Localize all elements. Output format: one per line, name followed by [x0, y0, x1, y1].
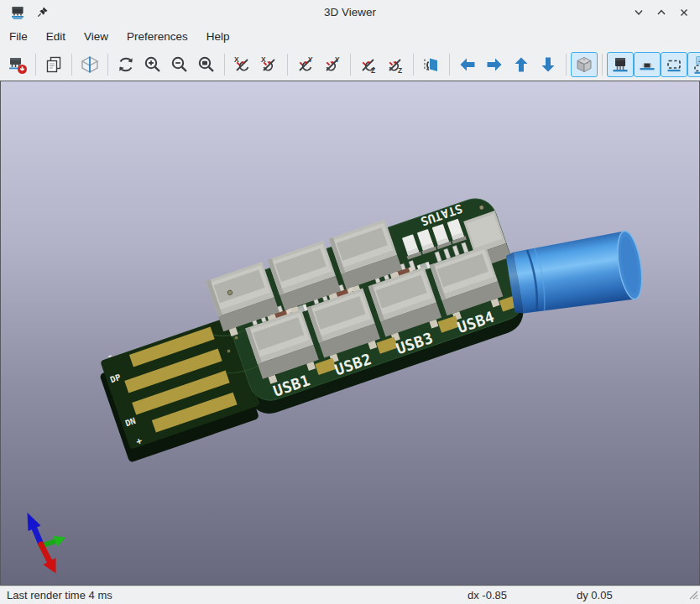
- toolbar-separator: [224, 54, 225, 76]
- copy-image-button[interactable]: [40, 52, 67, 77]
- toolbar: X X Y Y Z Z .pos: [0, 49, 700, 81]
- move-down-icon: [538, 55, 558, 75]
- statusbar: Last render time 4 ms dx -0.85 dy 0.05: [0, 586, 700, 604]
- 3d-scene: - DP DN +: [1, 81, 699, 585]
- resize-grip[interactable]: [687, 589, 698, 602]
- reload-board-icon: [8, 55, 28, 75]
- rotate-z-ccw-icon: Z: [385, 55, 405, 75]
- electrolytic-capacitor: [505, 230, 646, 319]
- move-left-button[interactable]: [454, 52, 481, 77]
- rotate-z-ccw-button[interactable]: Z: [382, 52, 409, 77]
- titlebar: 3D Viewer: [0, 0, 700, 24]
- pivot-cube-button[interactable]: [76, 52, 103, 77]
- app-icon: [10, 5, 25, 20]
- rotate-x-cw-icon: X: [232, 55, 253, 75]
- toggle-virtual-models-button[interactable]: [661, 52, 687, 77]
- orthographic-projection-button[interactable]: [571, 52, 598, 77]
- axis-indicator: [28, 513, 66, 574]
- pcb-board: - DP DN +: [82, 185, 535, 463]
- orthographic-projection-icon: [574, 55, 594, 75]
- zoom-in-button[interactable]: [139, 52, 166, 77]
- toolbar-separator: [566, 54, 567, 76]
- toolbar-separator: [71, 54, 72, 76]
- toolbar-separator: [350, 54, 351, 76]
- reload-board-button[interactable]: [4, 52, 31, 77]
- pivot-cube-icon: [80, 55, 100, 75]
- window-title: 3D Viewer: [0, 6, 700, 18]
- zoom-out-button[interactable]: [166, 52, 193, 77]
- redraw-icon: [116, 55, 136, 75]
- zoom-out-icon: [170, 55, 190, 75]
- move-left-icon: [457, 55, 478, 75]
- rotate-y-ccw-button[interactable]: Y: [319, 52, 346, 77]
- menu-file[interactable]: File: [0, 24, 37, 49]
- menu-preferences[interactable]: Preferences: [118, 24, 197, 49]
- toggle-pos-models-icon: .pos: [691, 55, 700, 75]
- x-axis-arrow: [41, 544, 50, 561]
- flip-board-icon: [421, 55, 441, 75]
- rotate-x-ccw-button[interactable]: X: [256, 52, 283, 77]
- close-button[interactable]: [678, 7, 690, 18]
- redraw-button[interactable]: [112, 52, 139, 77]
- menu-view[interactable]: View: [75, 24, 118, 49]
- move-right-icon: [484, 55, 504, 75]
- move-up-button[interactable]: [508, 52, 535, 77]
- render-time-status: Last render time 4 ms: [7, 589, 112, 601]
- toggle-smd-models-icon: [637, 55, 657, 75]
- zoom-fit-icon: [196, 55, 217, 75]
- menu-help[interactable]: Help: [197, 24, 239, 49]
- rotate-y-cw-icon: Y: [295, 55, 316, 75]
- rotate-y-cw-button[interactable]: Y: [292, 52, 319, 77]
- toggle-through-hole-models-icon: [610, 55, 630, 75]
- menubar: FileEditViewPreferencesHelp: [0, 24, 700, 49]
- dy-value: dy 0.05: [577, 589, 613, 601]
- zoom-in-icon: [143, 55, 163, 75]
- toolbar-separator: [107, 54, 108, 76]
- toolbar-separator: [287, 54, 288, 76]
- pin-icon[interactable]: [36, 6, 49, 18]
- flip-board-button[interactable]: [418, 52, 445, 77]
- toggle-virtual-models-icon: [664, 55, 684, 75]
- rotate-y-ccw-icon: Y: [322, 55, 342, 75]
- toggle-through-hole-models-button[interactable]: [607, 52, 634, 77]
- move-up-icon: [511, 55, 531, 75]
- maximize-button[interactable]: [656, 7, 667, 18]
- toolbar-separator: [413, 54, 414, 76]
- move-right-button[interactable]: [481, 52, 508, 77]
- toolbar-separator: [602, 54, 603, 76]
- svg-text:X: X: [261, 55, 266, 64]
- move-down-button[interactable]: [535, 52, 562, 77]
- dx-value: dx -0.85: [468, 589, 507, 601]
- rotate-z-cw-icon: Z: [358, 55, 379, 75]
- toolbar-separator: [449, 54, 450, 76]
- toggle-pos-models-button[interactable]: .pos: [687, 52, 700, 77]
- rotate-x-cw-button[interactable]: X: [229, 52, 256, 77]
- rotate-x-ccw-icon: X: [259, 55, 279, 75]
- toggle-smd-models-button[interactable]: [634, 52, 661, 77]
- toolbar-separator: [35, 54, 36, 76]
- menu-edit[interactable]: Edit: [37, 24, 75, 49]
- svg-text:X: X: [234, 55, 239, 64]
- minimize-button[interactable]: [633, 7, 645, 18]
- zoom-fit-button[interactable]: [193, 52, 220, 77]
- copy-image-icon: [44, 55, 64, 75]
- rotate-z-cw-button[interactable]: Z: [355, 52, 382, 77]
- 3d-viewport[interactable]: - DP DN +: [0, 81, 700, 586]
